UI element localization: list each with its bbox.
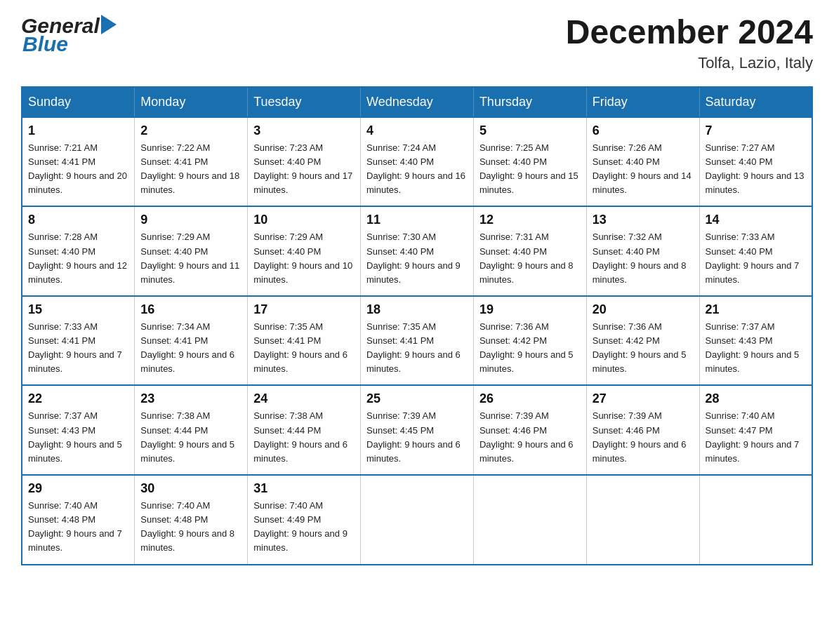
day-number: 18 (366, 302, 468, 317)
logo: General Blue (21, 14, 117, 56)
day-info: Sunrise: 7:29 AMSunset: 4:40 PMDaylight:… (140, 230, 241, 287)
calendar-cell: 14Sunrise: 7:33 AMSunset: 4:40 PMDayligh… (699, 206, 812, 296)
day-number: 9 (140, 213, 241, 227)
calendar-cell: 2Sunrise: 7:22 AMSunset: 4:41 PMDaylight… (135, 117, 248, 207)
day-number: 24 (253, 391, 355, 406)
day-number: 16 (140, 302, 241, 317)
day-number: 2 (140, 123, 241, 138)
calendar-cell: 3Sunrise: 7:23 AMSunset: 4:40 PMDaylight… (248, 117, 361, 207)
day-number: 8 (28, 213, 128, 227)
calendar-cell: 17Sunrise: 7:35 AMSunset: 4:41 PMDayligh… (248, 296, 361, 386)
day-info: Sunrise: 7:34 AMSunset: 4:41 PMDaylight:… (140, 320, 241, 377)
calendar-cell: 15Sunrise: 7:33 AMSunset: 4:41 PMDayligh… (22, 296, 135, 386)
calendar-cell: 8Sunrise: 7:28 AMSunset: 4:40 PMDaylight… (22, 206, 135, 296)
day-info: Sunrise: 7:36 AMSunset: 4:42 PMDaylight:… (479, 320, 581, 377)
calendar-cell: 12Sunrise: 7:31 AMSunset: 4:40 PMDayligh… (473, 206, 586, 296)
dow-wednesday: Wednesday (361, 87, 474, 117)
calendar-cell: 9Sunrise: 7:29 AMSunset: 4:40 PMDaylight… (135, 206, 248, 296)
dow-friday: Friday (586, 87, 699, 117)
day-number: 12 (479, 213, 581, 227)
calendar-week-row: 22Sunrise: 7:37 AMSunset: 4:43 PMDayligh… (22, 385, 812, 475)
dow-sunday: Sunday (22, 87, 135, 117)
calendar-week-row: 15Sunrise: 7:33 AMSunset: 4:41 PMDayligh… (22, 296, 812, 386)
calendar-cell: 24Sunrise: 7:38 AMSunset: 4:44 PMDayligh… (248, 385, 361, 475)
calendar-cell: 25Sunrise: 7:39 AMSunset: 4:45 PMDayligh… (361, 385, 474, 475)
day-number: 28 (706, 391, 806, 406)
days-of-week-row: Sunday Monday Tuesday Wednesday Thursday… (22, 87, 812, 117)
day-number: 23 (140, 391, 241, 406)
day-info: Sunrise: 7:39 AMSunset: 4:46 PMDaylight:… (593, 409, 694, 466)
calendar-cell: 7Sunrise: 7:27 AMSunset: 4:40 PMDaylight… (699, 117, 812, 207)
calendar-body: 1Sunrise: 7:21 AMSunset: 4:41 PMDaylight… (22, 117, 812, 565)
day-number: 25 (366, 391, 468, 406)
day-number: 13 (593, 213, 694, 227)
day-info: Sunrise: 7:40 AMSunset: 4:48 PMDaylight:… (140, 499, 241, 556)
calendar-cell: 18Sunrise: 7:35 AMSunset: 4:41 PMDayligh… (361, 296, 474, 386)
calendar-cell: 1Sunrise: 7:21 AMSunset: 4:41 PMDaylight… (22, 117, 135, 207)
day-info: Sunrise: 7:39 AMSunset: 4:46 PMDaylight:… (479, 409, 581, 466)
calendar-cell: 19Sunrise: 7:36 AMSunset: 4:42 PMDayligh… (473, 296, 586, 386)
calendar-cell: 5Sunrise: 7:25 AMSunset: 4:40 PMDaylight… (473, 117, 586, 207)
calendar-cell: 13Sunrise: 7:32 AMSunset: 4:40 PMDayligh… (586, 206, 699, 296)
day-info: Sunrise: 7:27 AMSunset: 4:40 PMDaylight:… (706, 141, 806, 198)
day-number: 10 (253, 213, 355, 227)
page-header: General Blue December 2024 Tolfa, Lazio,… (21, 14, 813, 72)
calendar-cell: 31Sunrise: 7:40 AMSunset: 4:49 PMDayligh… (248, 475, 361, 565)
day-info: Sunrise: 7:31 AMSunset: 4:40 PMDaylight:… (479, 230, 581, 287)
day-number: 20 (593, 302, 694, 317)
calendar-title: December 2024 (566, 14, 813, 51)
day-info: Sunrise: 7:23 AMSunset: 4:40 PMDaylight:… (253, 141, 355, 198)
day-info: Sunrise: 7:32 AMSunset: 4:40 PMDaylight:… (593, 230, 694, 287)
day-info: Sunrise: 7:21 AMSunset: 4:41 PMDaylight:… (28, 141, 128, 198)
calendar-table: Sunday Monday Tuesday Wednesday Thursday… (21, 86, 813, 565)
logo-arrow-icon (101, 15, 117, 34)
day-info: Sunrise: 7:39 AMSunset: 4:45 PMDaylight:… (366, 409, 468, 466)
calendar-cell: 22Sunrise: 7:37 AMSunset: 4:43 PMDayligh… (22, 385, 135, 475)
day-number: 15 (28, 302, 128, 317)
calendar-header: Sunday Monday Tuesday Wednesday Thursday… (22, 87, 812, 117)
day-info: Sunrise: 7:40 AMSunset: 4:48 PMDaylight:… (28, 499, 128, 556)
calendar-week-row: 29Sunrise: 7:40 AMSunset: 4:48 PMDayligh… (22, 475, 812, 565)
day-number: 22 (28, 391, 128, 406)
calendar-cell: 29Sunrise: 7:40 AMSunset: 4:48 PMDayligh… (22, 475, 135, 565)
day-number: 19 (479, 302, 581, 317)
calendar-cell: 16Sunrise: 7:34 AMSunset: 4:41 PMDayligh… (135, 296, 248, 386)
calendar-cell: 4Sunrise: 7:24 AMSunset: 4:40 PMDaylight… (361, 117, 474, 207)
dow-thursday: Thursday (473, 87, 586, 117)
day-number: 6 (593, 123, 694, 138)
day-info: Sunrise: 7:37 AMSunset: 4:43 PMDaylight:… (706, 320, 806, 377)
day-info: Sunrise: 7:40 AMSunset: 4:47 PMDaylight:… (706, 409, 806, 466)
calendar-cell: 20Sunrise: 7:36 AMSunset: 4:42 PMDayligh… (586, 296, 699, 386)
day-info: Sunrise: 7:38 AMSunset: 4:44 PMDaylight:… (140, 409, 241, 466)
calendar-cell: 6Sunrise: 7:26 AMSunset: 4:40 PMDaylight… (586, 117, 699, 207)
day-number: 5 (479, 123, 581, 138)
logo-blue-text: Blue (21, 32, 68, 56)
day-info: Sunrise: 7:35 AMSunset: 4:41 PMDaylight:… (253, 320, 355, 377)
dow-saturday: Saturday (699, 87, 812, 117)
calendar-cell: 27Sunrise: 7:39 AMSunset: 4:46 PMDayligh… (586, 385, 699, 475)
calendar-week-row: 1Sunrise: 7:21 AMSunset: 4:41 PMDaylight… (22, 117, 812, 207)
day-info: Sunrise: 7:40 AMSunset: 4:49 PMDaylight:… (253, 499, 355, 556)
calendar-cell: 11Sunrise: 7:30 AMSunset: 4:40 PMDayligh… (361, 206, 474, 296)
day-number: 21 (706, 302, 806, 317)
day-number: 31 (253, 481, 355, 496)
day-info: Sunrise: 7:22 AMSunset: 4:41 PMDaylight:… (140, 141, 241, 198)
calendar-cell: 21Sunrise: 7:37 AMSunset: 4:43 PMDayligh… (699, 296, 812, 386)
day-info: Sunrise: 7:35 AMSunset: 4:41 PMDaylight:… (366, 320, 468, 377)
day-info: Sunrise: 7:38 AMSunset: 4:44 PMDaylight:… (253, 409, 355, 466)
calendar-cell: 10Sunrise: 7:29 AMSunset: 4:40 PMDayligh… (248, 206, 361, 296)
calendar-week-row: 8Sunrise: 7:28 AMSunset: 4:40 PMDaylight… (22, 206, 812, 296)
calendar-cell: 30Sunrise: 7:40 AMSunset: 4:48 PMDayligh… (135, 475, 248, 565)
day-info: Sunrise: 7:33 AMSunset: 4:40 PMDaylight:… (706, 230, 806, 287)
calendar-cell: 28Sunrise: 7:40 AMSunset: 4:47 PMDayligh… (699, 385, 812, 475)
day-number: 14 (706, 213, 806, 227)
title-area: December 2024 Tolfa, Lazio, Italy (566, 14, 813, 72)
day-number: 27 (593, 391, 694, 406)
calendar-cell: 23Sunrise: 7:38 AMSunset: 4:44 PMDayligh… (135, 385, 248, 475)
calendar-cell (699, 475, 812, 565)
calendar-cell (473, 475, 586, 565)
day-info: Sunrise: 7:24 AMSunset: 4:40 PMDaylight:… (366, 141, 468, 198)
day-number: 29 (28, 481, 128, 496)
day-info: Sunrise: 7:30 AMSunset: 4:40 PMDaylight:… (366, 230, 468, 287)
day-info: Sunrise: 7:29 AMSunset: 4:40 PMDaylight:… (253, 230, 355, 287)
